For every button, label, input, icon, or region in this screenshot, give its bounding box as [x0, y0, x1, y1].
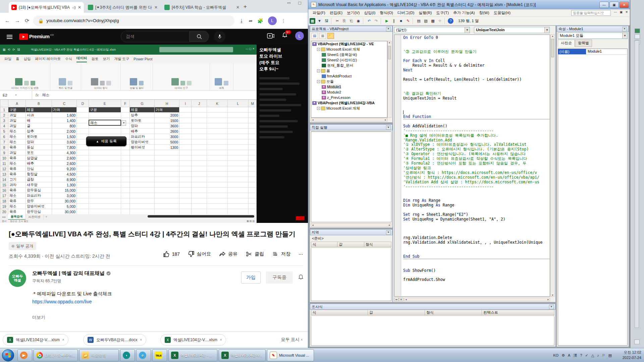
- tray-icon[interactable]: A: [568, 353, 570, 357]
- cell[interactable]: [77, 172, 89, 177]
- cell[interactable]: [228, 188, 249, 193]
- cell[interactable]: [207, 177, 228, 182]
- cell[interactable]: [192, 123, 207, 129]
- row-header[interactable]: 3: [0, 118, 8, 123]
- cell[interactable]: 1,600: [52, 113, 77, 118]
- cell[interactable]: 양송이버섯: [130, 139, 155, 145]
- cell[interactable]: [207, 209, 228, 215]
- cell[interactable]: 양송이버섯: [26, 204, 52, 209]
- back-icon[interactable]: ←: [5, 18, 10, 24]
- cell[interactable]: [192, 209, 207, 215]
- object-dropdown[interactable]: (일반)▼: [394, 27, 470, 33]
- cell[interactable]: [207, 198, 228, 204]
- cell[interactable]: [228, 177, 249, 182]
- cell[interactable]: [77, 129, 89, 134]
- ribbon-tab-데이터[interactable]: 데이터: [76, 56, 87, 62]
- property-name-cell[interactable]: (이름): [558, 49, 586, 55]
- cell[interactable]: [77, 198, 89, 204]
- cell[interactable]: 5000: [155, 139, 179, 145]
- cell[interactable]: [207, 107, 228, 113]
- browser-minimize-button[interactable]: ▭: [287, 1, 290, 5]
- tree-item-현재_통합_문서[interactable]: 현재_통합_문서: [311, 63, 387, 68]
- cell[interactable]: [228, 204, 249, 209]
- tray-icon[interactable]: ⚙: [561, 353, 565, 358]
- cell[interactable]: [179, 145, 192, 150]
- menu-실행(R)[interactable]: 실행(R): [419, 11, 432, 15]
- row-header[interactable]: 20: [0, 209, 8, 215]
- cell[interactable]: 배: [26, 118, 52, 123]
- cell[interactable]: [207, 145, 228, 150]
- column-header-D[interactable]: D: [77, 100, 89, 107]
- cell[interactable]: [249, 193, 257, 198]
- cell[interactable]: [228, 150, 249, 156]
- cell[interactable]: [130, 166, 155, 172]
- cell[interactable]: 육류: [8, 188, 26, 193]
- procedure-view-icon[interactable]: ▬: [394, 298, 399, 301]
- cell[interactable]: [130, 177, 155, 182]
- cell[interactable]: 상추: [26, 129, 52, 134]
- cell[interactable]: [121, 193, 130, 198]
- cell[interactable]: [121, 113, 130, 118]
- cell[interactable]: [228, 209, 249, 215]
- column-header-C[interactable]: C: [52, 100, 77, 107]
- cell[interactable]: 항정살: [26, 172, 52, 177]
- cell[interactable]: [77, 177, 89, 182]
- cell[interactable]: [207, 156, 228, 161]
- cell[interactable]: [77, 182, 89, 188]
- tray-icon[interactable]: 漢: [573, 353, 577, 358]
- create-video-icon[interactable]: [267, 33, 274, 39]
- cell[interactable]: [121, 182, 130, 188]
- taskbar-button-whale-browser[interactable]: ◖: [120, 349, 135, 361]
- ribbon-tab-Power Pivot[interactable]: Power Pivot: [133, 57, 152, 61]
- tray-icon[interactable]: ✓: [585, 353, 588, 358]
- cell[interactable]: 1,400: [52, 118, 77, 123]
- cell[interactable]: [77, 193, 89, 198]
- cell[interactable]: [155, 166, 179, 172]
- cell[interactable]: [192, 107, 207, 113]
- cell[interactable]: 3,600: [52, 139, 77, 145]
- cell[interactable]: [179, 134, 192, 139]
- project-panel-close-icon[interactable]: ✕: [386, 27, 391, 31]
- ask-question-input[interactable]: 질문을 입력하십시오: [571, 10, 611, 16]
- paste-icon[interactable]: ⎗: [348, 18, 354, 24]
- column-header-F[interactable]: F: [121, 100, 130, 107]
- cell[interactable]: [192, 193, 207, 198]
- cell[interactable]: [121, 107, 130, 113]
- cell[interactable]: 3,000: [52, 193, 77, 198]
- channel-avatar[interactable]: 오빠두엑셀: [9, 269, 26, 287]
- cell[interactable]: [89, 198, 121, 204]
- collapse-icon[interactable]: −: [317, 107, 320, 110]
- code-vscrollbar[interactable]: ▲ ▼: [550, 35, 555, 297]
- row-header[interactable]: 11: [0, 161, 8, 166]
- cell[interactable]: [130, 172, 155, 177]
- cell[interactable]: [192, 166, 207, 172]
- menu-형식(O)[interactable]: 형식(O): [380, 11, 393, 15]
- cell[interactable]: [249, 113, 257, 118]
- row-header[interactable]: 12: [0, 166, 8, 172]
- cell[interactable]: 채소: [8, 129, 26, 134]
- like-button[interactable]: 187: [163, 251, 180, 257]
- tree-item-Module1[interactable]: ⚙Module1: [311, 84, 387, 89]
- locals-panel-close-icon[interactable]: ✕: [386, 230, 391, 235]
- toolbox-icon[interactable]: ✛: [437, 18, 443, 24]
- share-button[interactable]: 공유: [219, 251, 237, 257]
- cell[interactable]: [179, 150, 192, 156]
- cell[interactable]: [249, 172, 257, 177]
- column-header-K[interactable]: K: [207, 100, 228, 107]
- menu-창(W)[interactable]: 창(W): [479, 11, 489, 15]
- menu-도움말(H)[interactable]: 도움말(H): [494, 11, 511, 15]
- row-header[interactable]: 17: [0, 193, 8, 198]
- download-caret-icon[interactable]: ˄: [220, 338, 222, 342]
- subscribed-button[interactable]: 구독중: [266, 272, 293, 284]
- column-header-식[interactable]: 식: [311, 242, 337, 247]
- cell[interactable]: [249, 139, 257, 145]
- column-header-A[interactable]: A: [8, 100, 26, 107]
- tray-icon[interactable]: ?: [580, 353, 582, 357]
- cell[interactable]: 채소: [8, 204, 26, 209]
- cell[interactable]: [130, 198, 155, 204]
- cell[interactable]: [249, 156, 257, 161]
- cell[interactable]: [89, 204, 121, 209]
- column-header-G[interactable]: G: [130, 100, 155, 107]
- cell[interactable]: [207, 188, 228, 193]
- row-header[interactable]: 18: [0, 198, 8, 204]
